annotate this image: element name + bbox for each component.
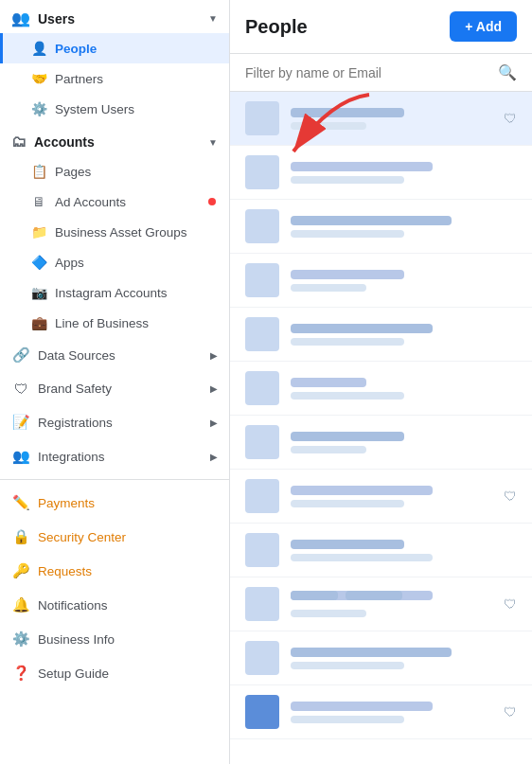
sidebar-item-integrations[interactable]: 👥 Integrations ▶	[0, 439, 229, 473]
name-block	[291, 540, 517, 561]
pages-icon: 📋	[30, 164, 47, 179]
avatar	[245, 641, 279, 675]
sidebar-item-notifications[interactable]: 🔔 Notifications	[0, 588, 229, 622]
brand-safety-icon: 🛡	[11, 381, 30, 397]
name-line	[291, 270, 404, 279]
sidebar-item-registrations[interactable]: 📝 Registrations ▶	[0, 405, 229, 439]
sidebar-item-system-users-label: System Users	[55, 102, 134, 116]
table-row[interactable]	[230, 254, 532, 308]
sub-line	[291, 716, 404, 723]
table-row[interactable]	[230, 416, 532, 470]
search-icon[interactable]: 🔍	[498, 63, 517, 81]
business-asset-groups-icon: 📁	[30, 224, 47, 240]
sidebar-item-integrations-label: Integrations	[38, 450, 105, 464]
avatar	[245, 695, 279, 729]
accounts-section-icon: 🗂	[11, 133, 27, 151]
table-row[interactable]: 🛡	[230, 470, 532, 524]
line-of-business-icon: 💼	[30, 315, 47, 330]
apps-icon: 🔷	[30, 255, 47, 270]
table-row[interactable]: 🛡	[230, 577, 532, 631]
sub-line	[291, 662, 404, 669]
security-center-icon: 🔒	[11, 528, 30, 545]
shield-icon: 🛡	[504, 489, 517, 504]
data-sources-arrow: ▶	[210, 350, 218, 361]
name-block	[291, 648, 517, 669]
main-header: People + Add	[230, 0, 532, 54]
sidebar-item-apps-label: Apps	[55, 256, 84, 270]
avatar	[245, 425, 279, 459]
avatar	[245, 587, 279, 621]
table-row[interactable]: 🛡	[230, 92, 532, 146]
sidebar-item-payments[interactable]: ✏️ Payments	[0, 486, 229, 520]
sidebar-item-payments-label: Payments	[38, 496, 95, 510]
name-block	[291, 162, 517, 184]
sidebar-item-brand-safety[interactable]: 🛡 Brand Safety ▶	[0, 372, 229, 405]
name-block	[291, 702, 496, 723]
table-row[interactable]	[230, 200, 532, 254]
table-row[interactable]	[230, 524, 532, 577]
sidebar-item-business-info[interactable]: ⚙️ Business Info	[0, 622, 229, 656]
users-section-label: Users	[38, 11, 75, 27]
accounts-section-header[interactable]: 🗂 Accounts ▼	[0, 124, 229, 156]
sidebar-item-system-users[interactable]: ⚙️ System Users	[0, 94, 229, 124]
name-line	[291, 702, 433, 711]
table-row[interactable]	[230, 146, 532, 200]
requests-icon: 🔑	[11, 562, 30, 579]
business-info-icon: ⚙️	[11, 631, 30, 648]
avatar	[245, 371, 279, 405]
sidebar-item-partners[interactable]: 🤝 Partners	[0, 63, 229, 94]
sidebar-item-data-sources[interactable]: 🔗 Data Sources ▶	[0, 338, 229, 372]
integrations-icon: 👥	[11, 448, 30, 465]
add-button[interactable]: + Add	[450, 11, 517, 42]
table-row[interactable]	[230, 308, 532, 362]
registrations-icon: 📝	[11, 414, 30, 431]
system-users-icon: ⚙️	[30, 101, 47, 116]
name-line	[291, 648, 452, 657]
sub-line	[291, 284, 366, 292]
people-list: 🛡	[230, 92, 532, 764]
sidebar-item-setup-guide[interactable]: ❓ Setup Guide	[0, 656, 229, 690]
sidebar-item-instagram-accounts[interactable]: 📷 Instagram Accounts	[0, 277, 229, 308]
sub-line	[291, 392, 404, 400]
name-block	[291, 432, 517, 453]
sidebar-item-line-of-business[interactable]: 💼 Line of Business	[0, 308, 229, 338]
name-block	[291, 378, 517, 400]
table-row[interactable]	[230, 362, 532, 416]
sub-line	[291, 554, 433, 561]
sidebar-item-security-center-label: Security Center	[38, 530, 126, 544]
search-input[interactable]	[245, 65, 490, 80]
sub-line	[291, 230, 404, 238]
sidebar-item-ad-accounts-label: Ad Accounts	[55, 195, 126, 209]
sidebar-item-business-asset-groups[interactable]: 📁 Business Asset Groups	[0, 217, 229, 247]
shield-icon: 🛡	[504, 111, 517, 126]
name-line	[291, 540, 404, 549]
name-line	[291, 162, 433, 171]
sidebar-item-security-center[interactable]: 🔒 Security Center	[0, 520, 229, 554]
sidebar-item-pages[interactable]: 📋 Pages	[0, 156, 229, 187]
sub-line	[291, 500, 404, 507]
ad-accounts-icon: 🖥	[30, 194, 47, 209]
sub-line	[291, 176, 404, 184]
sidebar-item-apps[interactable]: 🔷 Apps	[0, 247, 229, 277]
sub-line	[291, 122, 366, 130]
page-title: People	[245, 16, 308, 38]
payments-icon: ✏️	[11, 494, 30, 511]
name-block	[291, 591, 496, 617]
avatar	[245, 101, 279, 135]
sidebar-item-people[interactable]: 👤 People	[0, 33, 229, 63]
sidebar-item-partners-label: Partners	[55, 72, 103, 86]
table-row[interactable]	[230, 631, 532, 685]
partners-icon: 🤝	[30, 71, 47, 86]
users-section-header[interactable]: 👥 Users ▼	[0, 0, 229, 33]
sidebar-item-brand-safety-label: Brand Safety	[38, 382, 112, 396]
sub-line	[291, 446, 366, 453]
avatar	[245, 317, 279, 351]
name-block	[291, 216, 517, 238]
sidebar-item-requests[interactable]: 🔑 Requests	[0, 554, 229, 588]
table-row[interactable]: 🛡	[230, 685, 532, 739]
instagram-icon: 📷	[30, 285, 47, 300]
accounts-section-chevron: ▼	[208, 137, 218, 148]
name-line	[291, 108, 404, 117]
sidebar-item-ad-accounts[interactable]: 🖥 Ad Accounts	[0, 187, 229, 217]
name-block	[291, 486, 496, 507]
